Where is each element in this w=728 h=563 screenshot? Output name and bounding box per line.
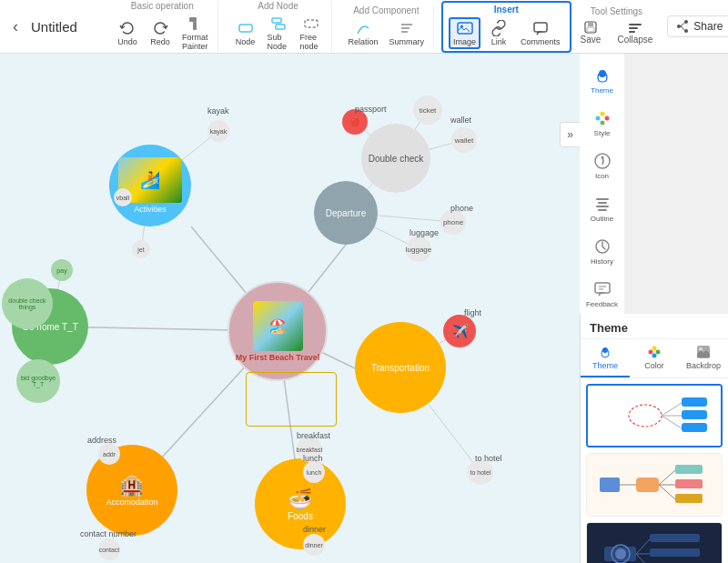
svg-point-53 [604,116,609,121]
svg-line-22 [681,26,685,30]
share-button[interactable]: Share [667,15,728,37]
svg-rect-2 [239,25,252,32]
sidebar-item-theme[interactable]: Theme [582,61,622,100]
basic-operation-label: Basic operation [131,1,194,11]
svg-rect-13 [588,22,593,26]
svg-rect-16 [629,27,638,29]
svg-rect-92 [650,534,700,542]
kayak-label: kayak [207,106,229,116]
ticket-node[interactable]: ticket [413,96,442,125]
address-node[interactable]: addr [98,443,120,465]
theme-card-2[interactable] [586,453,723,517]
luggage-node[interactable]: luggage [406,236,431,262]
wallet-node[interactable]: wallet [451,127,477,153]
luggage-label: luggage [410,228,439,237]
tool-settings: Tool Settings Save Collapse Share Export [575,6,728,46]
dinner-node[interactable]: dinner [303,534,325,556]
sidebar-item-outline[interactable]: Outline [582,189,622,228]
double-check-node[interactable]: Double check [361,124,430,193]
insert-label: Insert [494,5,519,15]
svg-point-19 [684,29,688,33]
svg-rect-0 [189,17,197,22]
svg-rect-15 [629,24,642,25]
svg-line-21 [681,23,685,26]
format-painter-button[interactable]: Format Painter [178,14,212,53]
svg-rect-4 [276,25,285,29]
theme-panel: Theme Theme Color Backdrop [580,314,728,563]
theme-panel-title: Theme [581,314,728,339]
tab-backdrop[interactable]: Backdrop [679,339,728,377]
summary-button[interactable]: Summary [386,18,429,48]
pay-node[interactable]: pay [51,259,73,281]
tab-color[interactable]: Color [630,339,679,377]
comments-button[interactable]: Comments [517,18,564,48]
undo-button[interactable]: Undo [113,18,142,48]
center-node[interactable]: 🏖️ My First Beach Travel [228,281,328,381]
panel-toggle-button[interactable]: » [560,122,580,147]
theme-content [581,378,728,563]
svg-point-67 [652,347,657,351]
sidebar-item-history[interactable]: History [582,232,622,271]
link-button[interactable]: Link [484,18,513,48]
center-image: 🏖️ [253,301,303,351]
back-button[interactable]: ‹ [7,14,24,40]
flight-node[interactable]: ✈️ [443,315,476,347]
phone-node[interactable]: phone [440,209,466,235]
collapse-button[interactable]: Collapse [612,18,658,46]
lunch-node[interactable]: lunch [303,461,325,483]
add-node-label: Add Node [258,1,298,11]
svg-point-54 [600,121,604,126]
right-panel-container: » Theme Style Icon Outline History [580,54,728,563]
image-button[interactable]: Image [449,17,480,49]
svg-point-66 [649,350,653,355]
svg-point-72 [629,405,662,427]
svg-line-91 [636,554,650,563]
svg-rect-11 [534,23,547,32]
free-node-button[interactable]: Free node [297,14,326,53]
contact-node[interactable]: contact [98,538,120,560]
double-check-thing-node[interactable]: double check things [2,278,53,329]
sidebar-item-feedback[interactable]: Feedback [582,275,622,314]
svg-rect-76 [682,397,707,407]
svg-rect-59 [596,206,609,207]
transportation-node[interactable]: Transportation [355,322,446,413]
tab-theme[interactable]: Theme [581,339,630,377]
app-title: Untitled [31,19,104,35]
selection-indicator [246,372,337,427]
canvas-area[interactable]: 🏖️ My First Beach Travel 🏄 Activities De… [0,54,580,563]
node-button[interactable]: Node [231,18,260,48]
passport-node[interactable]: 🔴 [342,109,368,135]
theme-card-1[interactable] [586,384,723,447]
basic-operation-group: Basic operation Undo Redo Format Painter [107,1,218,53]
redo-button[interactable]: Redo [146,18,175,48]
insert-group: Insert Image Link Comments [441,1,571,53]
sub-node-button[interactable]: Sub Node [264,14,293,53]
svg-rect-14 [587,27,594,32]
svg-point-69 [652,354,657,358]
svg-rect-85 [675,494,703,503]
jet-surfing-node[interactable]: jet [132,240,150,258]
to-hotel-node[interactable]: to hotel [468,459,493,485]
departure-node[interactable]: Departure [314,181,378,245]
svg-point-20 [677,25,681,28]
foods-node[interactable]: 🍜 Foods [255,458,346,549]
sidebar-item-icon[interactable]: Icon [582,146,622,186]
volleyball-node[interactable]: vball [114,188,132,206]
relation-button[interactable]: Relation [345,18,382,48]
breakfast-node[interactable]: breakfast [297,437,322,462]
theme-card-3[interactable] [586,522,723,563]
save-button[interactable]: Save [575,18,607,46]
svg-point-18 [684,20,688,24]
sidebar-item-style[interactable]: Style [582,104,622,143]
bid-goodbye-node[interactable]: bid goodbye T_T [16,359,60,403]
add-node-group: Add Node Node Sub Node Free node [226,1,332,53]
header: ‹ Untitled Basic operation Undo Redo For… [0,0,728,54]
svg-rect-1 [193,22,197,30]
svg-rect-3 [272,18,281,23]
activities-node[interactable]: 🏄 Activities [109,145,191,226]
svg-line-73 [662,403,682,416]
svg-rect-77 [682,410,707,419]
svg-point-52 [600,112,604,116]
activities-label: Activities [134,205,167,214]
kayak-node[interactable]: kayak [207,120,229,142]
